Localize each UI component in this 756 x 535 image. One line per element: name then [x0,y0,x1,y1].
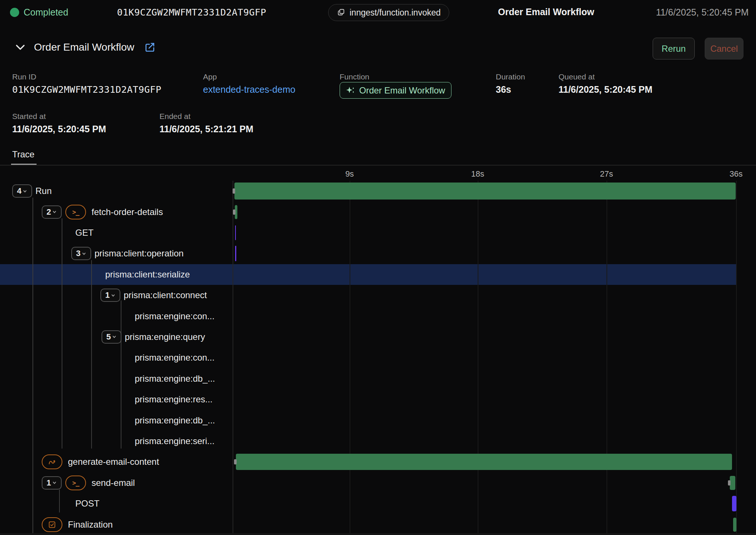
top-timestamp: 11/6/2025, 5:20:45 PM [656,7,749,18]
timeline-gridline [350,181,350,533]
trace-row-left: prisma:engine:db_... [0,374,215,384]
child-count: 4 [17,186,21,196]
tab-trace[interactable]: Trace [12,149,34,160]
trace-row[interactable]: generate-email-content [0,451,756,472]
span-label: generate-email-content [68,457,159,467]
span-label: Run [35,186,52,196]
collapse-count-badge[interactable]: 2 [42,205,62,219]
chevron-down-icon [52,480,57,485]
trace-row[interactable]: GET [0,222,756,243]
span-label: GET [75,228,93,238]
span-label: prisma:client:connect [124,290,207,300]
span-label: send-email [92,478,135,488]
duration-label: Duration [496,72,525,81]
ai-icon [42,454,62,469]
trace-row[interactable]: prisma:engine:db_... [0,410,756,430]
timeline-gridline [736,181,737,533]
event-icon [337,8,346,17]
status-dot [10,8,19,17]
trace-row[interactable]: prisma:engine:con... [0,347,756,368]
trace-row[interactable]: prisma:client:serialize [0,264,756,285]
collapse-count-badge[interactable]: 1 [42,476,62,490]
collapse-count-badge[interactable]: 4 [12,184,32,198]
trace-row-left: prisma:engine:con... [0,311,214,321]
trace-row[interactable]: 1prisma:client:connect [0,285,756,306]
queue-marker [728,480,731,485]
chevron-down-icon [52,209,57,214]
event-badge[interactable]: inngest/function.invoked [328,4,449,21]
tick-label: 9s [345,169,354,179]
span-label: fetch-order-details [92,207,163,217]
span-bar[interactable] [732,496,736,511]
cancel-button[interactable]: Cancel [705,38,743,59]
trace-row[interactable]: POST [0,493,756,514]
queue-marker [233,209,236,215]
trace-row[interactable]: Finalization [0,514,756,535]
started-at-label: Started at [12,112,46,121]
trace-row-left: prisma:client:serialize [0,269,190,280]
external-link-icon[interactable] [145,42,155,52]
queue-marker [233,188,235,194]
tick-label: 27s [600,169,613,179]
child-count: 3 [76,249,80,258]
collapse-count-badge[interactable]: 5 [102,330,121,344]
trace-row-left: prisma:engine:db_... [0,415,215,426]
span-bar[interactable] [236,454,732,470]
duration-value: 36s [496,84,511,95]
trace-row[interactable]: prisma:engine:db_... [0,368,756,389]
terminal-icon: >_ [65,476,86,490]
span-bar[interactable] [733,518,736,532]
check-icon [42,517,62,532]
span-bar[interactable] [235,246,236,261]
span-bar[interactable] [234,183,736,200]
trace-row[interactable]: 4Run [0,181,756,201]
span-label: POST [75,498,99,509]
trace-row-left: 3prisma:client:operation [0,247,183,260]
queued-at-value: 11/6/2025, 5:20:45 PM [559,84,652,95]
run-id-label: Run ID [12,72,36,81]
trace-row[interactable]: 1>_send-email [0,473,756,493]
function-badge[interactable]: Order Email Workflow [340,82,451,99]
trace-row-left: prisma:engine:con... [0,352,214,363]
rerun-button[interactable]: Rerun [653,38,695,59]
page-title: Order Email Workflow [34,41,134,53]
app-label: App [203,72,217,81]
collapse-chevron-icon[interactable] [15,43,26,52]
trace-row-left: 2>_fetch-order-details [0,205,163,219]
trace-row-left: 4Run [0,184,52,198]
sparkle-icon [346,86,355,95]
trace-row-left: POST [0,498,99,509]
ended-at-value: 11/6/2025, 5:21:21 PM [159,124,253,134]
chevron-down-icon [23,189,27,194]
chevron-down-icon [82,251,86,256]
collapse-count-badge[interactable]: 3 [71,247,91,260]
trace-row[interactable]: prisma:engine:seri... [0,431,756,451]
trace-row-left: 1>_send-email [0,476,135,490]
span-label: prisma:engine:db_... [135,415,215,426]
trace-row[interactable]: prisma:engine:con... [0,306,756,326]
function-badge-label: Order Email Workflow [359,85,445,96]
span-label: prisma:engine:seri... [135,436,214,446]
trace-row-left: 5prisma:engine:query [0,330,205,344]
span-label: prisma:client:operation [94,248,183,259]
trace-row-left: prisma:engine:seri... [0,436,214,446]
run-id-text: 01K9CZGW2MWFMT2331D2AT9GFP [117,7,266,18]
span-bar[interactable] [730,476,735,490]
timeline-gridline [606,181,607,533]
trace-row-left: generate-email-content [0,454,159,469]
trace-row[interactable]: 3prisma:client:operation [0,243,756,264]
app-link[interactable]: extended-traces-demo [203,84,295,95]
span-label: prisma:client:serialize [105,269,190,280]
ended-at-label: Ended at [159,112,190,121]
bottom-divider [0,533,756,535]
trace-row[interactable]: 2>_fetch-order-details [0,201,756,222]
collapse-count-badge[interactable]: 1 [100,289,120,302]
trace-row-left: GET [0,228,93,238]
trace-row-left: 1prisma:client:connect [0,289,207,302]
timeline-gridline [478,181,478,533]
run-id-value: 01K9CZGW2MWFMT2331D2AT9GFP [12,84,161,95]
trace-row[interactable]: prisma:engine:res... [0,389,756,410]
trace-row[interactable]: 5prisma:engine:query [0,327,756,347]
chevron-down-icon [111,293,116,298]
span-bar[interactable] [235,225,236,240]
